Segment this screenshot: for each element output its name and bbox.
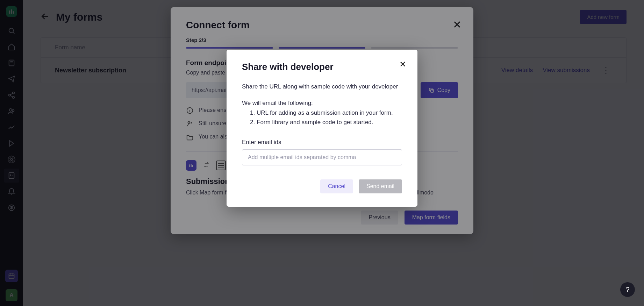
share-list: URL for adding as a submission action in… <box>257 108 402 127</box>
cancel-button[interactable]: Cancel <box>320 179 353 193</box>
list-item: Form library and sample code to get star… <box>257 118 402 127</box>
share-desc2: We will email the following: <box>242 100 402 107</box>
list-item: URL for adding as a submission action in… <box>257 108 402 118</box>
share-desc: Share the URL along with sample code wit… <box>242 82 402 91</box>
email-field-label: Enter email ids <box>242 139 402 146</box>
close-icon[interactable]: ✕ <box>399 60 406 69</box>
send-email-button[interactable]: Send email <box>359 179 402 193</box>
share-developer-modal: Share with developer ✕ Share the URL alo… <box>227 50 417 207</box>
help-fab[interactable]: ? <box>620 282 635 297</box>
share-modal-title: Share with developer <box>242 62 402 72</box>
email-ids-input[interactable] <box>242 149 402 165</box>
